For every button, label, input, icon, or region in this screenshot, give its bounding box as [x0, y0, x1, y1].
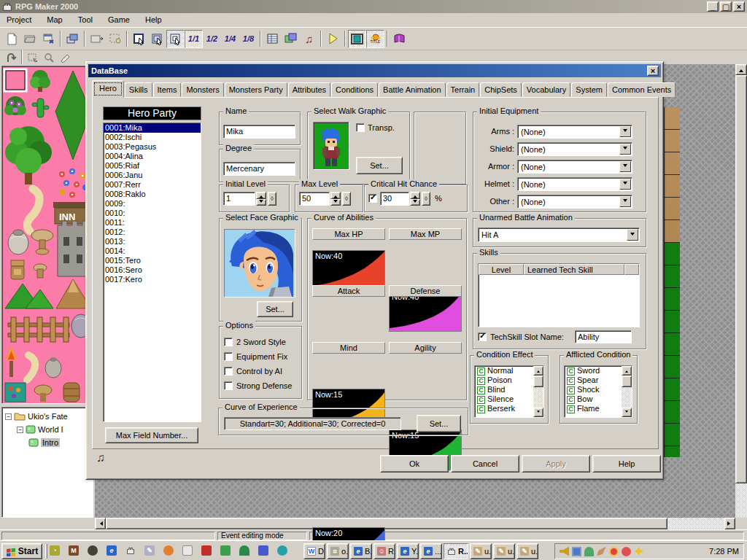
option-equipment-fix[interactable]: Equipment Fix — [224, 352, 287, 361]
equip-combo-armor[interactable]: (None) — [517, 160, 632, 174]
new-project-icon[interactable] — [3, 30, 21, 48]
walk-graphic-preview[interactable] — [313, 122, 349, 170]
hero-list-item[interactable]: 0016:Sero — [104, 265, 201, 275]
scroll-right-icon[interactable] — [724, 518, 735, 529]
tab-attributes[interactable]: Attributes — [288, 82, 330, 97]
start-button[interactable]: Start — [1, 543, 42, 559]
test-play-icon[interactable] — [324, 30, 342, 48]
sphere-icon[interactable] — [88, 545, 98, 556]
menu-help[interactable]: Help — [139, 13, 169, 26]
techskill-checkbox[interactable] — [478, 332, 487, 341]
afflicted-condition-list[interactable]: CSword CSpear CShock CBow CFlame — [564, 365, 632, 418]
create-game-disk-icon[interactable] — [63, 30, 82, 48]
fox-icon[interactable] — [163, 545, 174, 556]
tab-items[interactable]: Items — [153, 82, 182, 97]
hero-list-item[interactable]: 0002:Ischi — [104, 133, 201, 142]
degree-input[interactable]: Mercenary — [223, 162, 295, 176]
tab-monsters[interactable]: Monsters — [182, 82, 223, 97]
zoom-1-8-button[interactable]: 1/8 — [239, 30, 258, 48]
hero-list-item[interactable]: 0010: — [104, 209, 201, 218]
option-checkbox[interactable] — [224, 367, 233, 376]
database-icon[interactable] — [263, 30, 282, 48]
scroll-down-icon[interactable] — [533, 408, 543, 417]
equip-combo-shield[interactable]: (None) — [517, 142, 632, 156]
tab-terrain[interactable]: Terrain — [446, 82, 480, 97]
spin-down-icon[interactable] — [256, 199, 266, 206]
crit-input[interactable]: 30 — [380, 192, 409, 206]
skills-list[interactable]: Level Learned Tech Skill — [478, 263, 640, 327]
initial-level-spinner[interactable] — [256, 192, 266, 206]
runner-icon[interactable] — [634, 547, 643, 556]
face-set-button[interactable]: Set... — [257, 301, 293, 317]
users-icon[interactable] — [584, 547, 594, 556]
scroll-left-icon[interactable] — [95, 518, 106, 529]
ie-icon[interactable]: e — [107, 545, 117, 556]
option-strong-defense[interactable]: Strong Defense — [224, 381, 292, 390]
chevron-down-icon[interactable] — [619, 144, 631, 155]
taskbar-button-paint1[interactable]: ✎u.. — [470, 543, 492, 559]
max-field-number-button[interactable]: Max Field Number... — [105, 427, 198, 443]
pen-tool-icon[interactable] — [57, 51, 73, 65]
condition-scrollbar[interactable] — [533, 366, 543, 417]
music-icon[interactable]: ♫ — [300, 30, 318, 48]
help-button[interactable]: Help — [592, 455, 661, 472]
zoom-tool-icon[interactable] — [41, 51, 57, 65]
close-button[interactable]: × — [733, 1, 745, 12]
undo-icon[interactable] — [3, 51, 19, 65]
tree-item-intro[interactable]: Intro — [28, 438, 60, 447]
menu-project[interactable]: Project — [0, 13, 38, 26]
hero-list-item[interactable]: 0017:Kero — [104, 275, 201, 284]
max-level-input[interactable]: 50 — [299, 192, 330, 206]
hero-list-item[interactable]: 0005:Riaf — [104, 161, 201, 171]
tree-item-world[interactable]: − World I — [17, 425, 63, 434]
hero-list-item[interactable]: 0012: — [104, 228, 201, 237]
curve-maxmp-chart[interactable]: Now:40 — [389, 291, 462, 332]
cancel-button[interactable]: Cancel — [451, 455, 519, 472]
option-2-sword[interactable]: 2 Sword Style — [224, 338, 286, 346]
techskill-input[interactable]: Ability — [575, 330, 632, 343]
hero-list-item[interactable]: 0001:Mika — [104, 123, 201, 133]
select-tool-icon[interactable] — [25, 51, 41, 65]
tree-item-project[interactable]: − Ukio's Fate — [5, 412, 68, 421]
taskbar-button-ie3[interactable]: e... — [420, 543, 442, 559]
close-project-icon[interactable] — [39, 30, 58, 48]
skills-col-level[interactable]: Level — [479, 264, 524, 275]
dialog-titlebar[interactable]: DataBase × — [88, 64, 661, 77]
chevron-down-icon[interactable] — [619, 161, 631, 172]
tab-battle-animation[interactable]: Battle Animation — [379, 82, 446, 97]
taskbar-button-keyboard[interactable]: ⌗o.. — [327, 543, 349, 559]
skills-col-skill[interactable]: Learned Tech Skill — [524, 264, 624, 275]
equip-combo-arms[interactable]: (None) — [517, 125, 632, 139]
crit-checkbox[interactable] — [368, 194, 377, 203]
transp-checkbox[interactable] — [356, 123, 365, 132]
hero-list-item[interactable]: 0009: — [104, 199, 201, 209]
hscroll-thumb[interactable] — [106, 518, 667, 529]
show-title-icon[interactable]: TITLE — [366, 30, 384, 48]
volume-icon[interactable] — [560, 547, 569, 556]
minimize-button[interactable]: _ — [707, 1, 719, 12]
hero-list-item[interactable]: 0011: — [104, 218, 201, 228]
open-project-icon[interactable] — [21, 30, 39, 48]
tab-conditions[interactable]: Conditions — [331, 82, 378, 97]
hero-list[interactable]: 0001:Mika 0002:Ischi 0003:Pegasus 0004:A… — [103, 122, 201, 422]
copy-map-icon[interactable] — [88, 30, 106, 48]
tab-chipsets[interactable]: ChipSets — [480, 82, 522, 97]
scroll-down-icon[interactable] — [622, 408, 632, 417]
tab-common-events[interactable]: Common Events — [608, 82, 676, 97]
max-level-spinner[interactable] — [330, 192, 341, 206]
scroll-up-icon[interactable] — [622, 366, 632, 376]
name-input[interactable]: Mika — [223, 125, 295, 139]
taskbar-button-ie2[interactable]: eY.. — [397, 543, 419, 559]
tab-monsters-party[interactable]: Monsters Party — [225, 82, 287, 97]
mask-icon[interactable] — [239, 545, 249, 556]
hero-list-item[interactable]: 0004:Alina — [104, 152, 201, 161]
paste-map-icon[interactable] — [106, 30, 124, 48]
equip-combo-other[interactable]: (None) — [517, 195, 632, 209]
crit-spinner[interactable] — [410, 192, 420, 206]
taskbar-button-ie1[interactable]: eB.. — [350, 543, 372, 559]
taskbar-button-person[interactable]: ☺R. — [374, 543, 395, 559]
map-tile-strip[interactable] — [664, 107, 679, 457]
spin-down-icon[interactable] — [330, 199, 341, 206]
help-icon[interactable] — [390, 30, 409, 48]
tab-hero[interactable]: Hero — [92, 80, 124, 98]
